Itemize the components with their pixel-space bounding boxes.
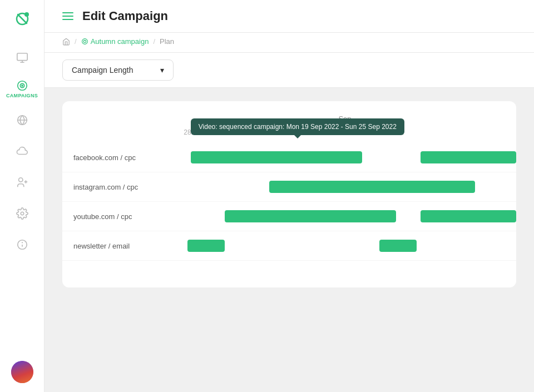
content-area: Sep 28 29 30 1 2 3 facebook.com / cpc [44, 88, 534, 392]
breadcrumb-sep-1: / [75, 37, 77, 46]
gantt-label-facebook: facebook.com / cpc [62, 153, 174, 162]
gantt-label-youtube: youtube.com / cpc [62, 212, 174, 221]
page-title: Edit Campaign [82, 9, 168, 23]
gantt-bar-facebook-2[interactable] [421, 151, 516, 163]
gantt-row-facebook: facebook.com / cpc Video: sequenced camp… [62, 143, 516, 172]
svg-rect-3 [17, 53, 27, 61]
svg-point-6 [22, 85, 23, 86]
svg-point-2 [24, 12, 29, 17]
sidebar-item-campaigns-label: CAMPAIGNS [6, 93, 38, 98]
main-content: Edit Campaign / Autumn campaign / Plan C… [44, 0, 534, 392]
campaign-length-dropdown[interactable]: Campaign Length ▾ [62, 59, 174, 81]
svg-point-14 [83, 40, 86, 42]
sidebar-item-campaigns[interactable]: CAMPAIGNS [7, 76, 38, 102]
sidebar-item-monitor[interactable] [7, 44, 38, 71]
svg-point-9 [21, 212, 24, 215]
sidebar-item-info[interactable] [7, 231, 38, 258]
gantt-bars-instagram [174, 172, 516, 201]
breadcrumb-sep-2: / [153, 37, 155, 46]
gantt-bars-youtube [174, 202, 516, 231]
gantt-bar-facebook-1[interactable] [191, 151, 362, 163]
gantt-bars-facebook: Video: sequenced campaign: Mon 19 Sep 20… [174, 143, 516, 172]
gantt-row-newsletter: newsletter / email [62, 231, 516, 261]
chevron-down-icon: ▾ [160, 66, 164, 75]
toolbar: Campaign Length ▾ [44, 53, 534, 88]
svg-point-8 [18, 178, 22, 182]
gantt-label-instagram: instagram.com / cpc [62, 183, 174, 191]
gantt-bar-newsletter-1[interactable] [187, 240, 225, 252]
user-avatar[interactable] [11, 361, 33, 383]
gantt-label-newsletter: newsletter / email [62, 242, 174, 250]
gantt-bar-youtube-1[interactable] [225, 210, 396, 222]
breadcrumb: / Autumn campaign / Plan [44, 33, 534, 53]
sidebar-item-cloud[interactable] [7, 138, 38, 165]
page-header: Edit Campaign [44, 0, 534, 33]
gantt-row-instagram: instagram.com / cpc [62, 172, 516, 202]
gantt-row-youtube: youtube.com / cpc [62, 202, 516, 231]
sidebar-item-globe[interactable] [7, 107, 38, 133]
gantt-bar-youtube-2[interactable] [421, 210, 516, 222]
gantt-bar-instagram-1[interactable] [269, 181, 475, 193]
gantt-chart: Sep 28 29 30 1 2 3 facebook.com / cpc [62, 101, 516, 287]
svg-point-13 [82, 39, 87, 44]
gantt-tooltip: Video: sequenced campaign: Mon 19 Sep 20… [191, 118, 404, 135]
sidebar-item-settings[interactable] [7, 200, 38, 227]
sidebar-logo [12, 9, 32, 31]
sidebar: CAMPAIGNS [0, 0, 44, 392]
breadcrumb-home[interactable] [62, 38, 70, 46]
sidebar-item-add-user[interactable] [7, 169, 38, 196]
gantt-bars-newsletter [174, 231, 516, 260]
menu-icon[interactable] [62, 12, 73, 20]
dropdown-label: Campaign Length [72, 66, 134, 75]
breadcrumb-page: Plan [160, 37, 174, 46]
breadcrumb-campaign[interactable]: Autumn campaign [81, 37, 149, 46]
gantt-bar-newsletter-2[interactable] [379, 240, 417, 252]
